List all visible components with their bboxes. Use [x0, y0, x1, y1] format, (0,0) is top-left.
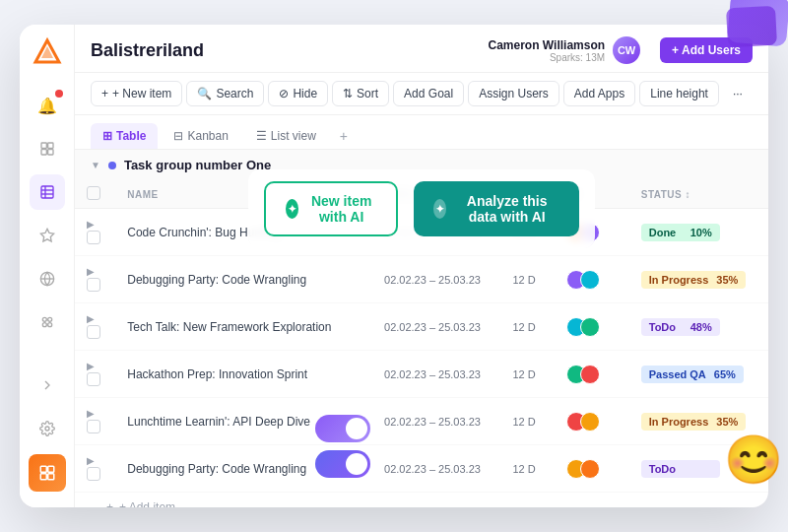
sidebar-item-location[interactable] [30, 261, 65, 297]
add-goal-button[interactable]: Add Goal [393, 81, 464, 106]
add-item-row[interactable]: + + Add item [75, 493, 768, 507]
assignees-cell [555, 256, 629, 303]
new-item-icon: + [101, 87, 108, 100]
row-expand-icon[interactable]: ▶ [87, 266, 95, 277]
select-all-checkbox[interactable] [87, 186, 100, 200]
sort-button[interactable]: ⇅ Sort [332, 81, 389, 106]
svg-rect-19 [47, 466, 53, 472]
row-checkbox[interactable] [87, 372, 100, 386]
row-expand-icon[interactable]: ▶ [87, 455, 95, 466]
row-expand-cell: ▶ [75, 256, 115, 303]
add-apps-button[interactable]: Add Apps [563, 81, 635, 106]
ai-overlay: ✦ New item with AI ✦ Analyze this data w… [248, 169, 595, 248]
timeline-cell: 02.02.23 – 25.03.23 [372, 445, 500, 493]
svg-point-16 [47, 323, 51, 327]
status-cell: Done10% [629, 209, 768, 256]
tab-table[interactable]: ⊞ Table [91, 123, 158, 149]
row-checkbox[interactable] [87, 325, 100, 339]
add-tab-button[interactable]: + [332, 124, 356, 148]
svg-point-14 [47, 317, 51, 321]
row-expand-cell: ▶ [75, 209, 115, 256]
timeline-value: 02.02.23 – 25.03.23 [384, 416, 481, 428]
duration-cell: 12 D [500, 351, 554, 398]
duration-value: 12 D [512, 274, 535, 286]
group-expand-icon[interactable]: ▼ [91, 160, 100, 170]
row-expand-cell: ▶ [75, 303, 115, 351]
mini-avatar [580, 270, 600, 290]
assignee-avatars [566, 270, 618, 290]
sidebar-item-home[interactable] [30, 131, 65, 166]
ai-new-item-button[interactable]: ✦ New item with AI [264, 181, 398, 236]
status-badge: In Progress35% [641, 271, 747, 289]
col-checkbox-header [75, 180, 115, 209]
row-expand-cell: ▶ [75, 398, 115, 445]
sidebar-item-notifications[interactable]: 🔔 [30, 88, 65, 123]
row-expand-icon[interactable]: ▶ [87, 219, 95, 230]
ai-new-item-icon: ✦ [286, 199, 298, 219]
svg-rect-5 [47, 150, 52, 155]
svg-rect-20 [40, 474, 46, 480]
status-badge: ToDo48% [641, 318, 720, 336]
hide-button[interactable]: ⊘ Hide [268, 81, 328, 106]
toolbar: + + New item 🔍 Search ⊘ Hide ⇅ Sort Add … [75, 73, 768, 115]
task-name: Debugging Party: Code Wrangling [127, 462, 306, 476]
timeline-value: 02.02.23 – 25.03.23 [384, 463, 481, 475]
table-row: ▶ Lunchtime Learnin': API Deep Dive 02.0… [75, 398, 768, 445]
line-height-button[interactable]: Line height [639, 81, 719, 106]
table-row: ▶ Tech Talk: New Framework Exploration 0… [75, 303, 768, 351]
svg-point-15 [42, 323, 46, 327]
avatar: CW [613, 36, 640, 64]
ai-analyze-icon: ✦ [433, 199, 446, 219]
tab-listview[interactable]: ☰ List view [244, 123, 328, 149]
timeline-cell: 02.02.23 – 25.03.23 [372, 303, 500, 351]
sidebar: 🔔 [20, 25, 75, 507]
listview-icon: ☰ [256, 129, 267, 143]
deco-card-2 [726, 6, 777, 48]
user-sub: Sparks: 13M [488, 52, 605, 63]
status-cell: ToDo48% [629, 303, 768, 351]
sidebar-item-export[interactable] [30, 367, 65, 403]
duration-cell: 12 D [500, 256, 554, 303]
task-name-cell: Debugging Party: Code Wrangling [115, 256, 372, 303]
logo [32, 36, 63, 72]
timeline-cell: 02.02.23 – 25.03.23 [372, 398, 500, 445]
row-checkbox[interactable] [87, 420, 100, 433]
sidebar-item-star[interactable] [30, 218, 65, 253]
svg-rect-3 [47, 143, 52, 148]
svg-point-17 [45, 427, 49, 431]
header: Balistreriland Cameron Williamson Sparks… [75, 25, 768, 73]
row-checkbox[interactable] [87, 231, 100, 244]
row-expand-icon[interactable]: ▶ [87, 361, 95, 371]
task-name: Hackathon Prep: Innovation Sprint [127, 367, 307, 381]
row-checkbox[interactable] [87, 467, 100, 481]
sidebar-item-table[interactable] [30, 174, 65, 210]
status-pct: 65% [714, 368, 736, 380]
row-expand-cell: ▶ [75, 351, 115, 398]
add-item-label: + Add item [119, 500, 175, 507]
task-name: Lunchtime Learnin': API Deep Dive [127, 415, 310, 429]
ai-analyze-button[interactable]: ✦ Analyze this data with AI [414, 181, 579, 236]
user-info-block: Cameron Williamson Sparks: 13M CW + Add … [488, 36, 753, 64]
hide-icon: ⊘ [279, 87, 289, 100]
more-button[interactable]: ··· [723, 82, 753, 105]
new-item-button[interactable]: + + New item [91, 81, 182, 106]
add-item-icon: + [106, 500, 113, 507]
sort-icon: ⇅ [343, 87, 353, 100]
row-checkbox[interactable] [87, 278, 100, 292]
mini-avatar [580, 459, 600, 479]
assign-users-button[interactable]: Assign Users [468, 81, 559, 106]
table-row: ▶ Hackathon Prep: Innovation Sprint 02.0… [75, 351, 768, 398]
table-icon: ⊞ [102, 129, 112, 143]
sidebar-item-apps[interactable] [30, 304, 65, 340]
assignees-cell [555, 303, 629, 351]
timeline-value: 02.02.23 – 25.03.23 [384, 274, 481, 286]
sidebar-item-settings[interactable] [30, 411, 65, 446]
tab-kanban[interactable]: ⊟ Kanban [162, 123, 239, 149]
deco-emoji: 😊 [724, 432, 783, 488]
search-button[interactable]: 🔍 Search [186, 81, 264, 106]
row-expand-icon[interactable]: ▶ [87, 408, 95, 419]
deco-toggle-1 [315, 415, 370, 442]
sidebar-item-bottom-app[interactable] [29, 454, 66, 492]
status-sort-icon[interactable]: ↕ [686, 189, 691, 200]
row-expand-icon[interactable]: ▶ [87, 313, 95, 324]
